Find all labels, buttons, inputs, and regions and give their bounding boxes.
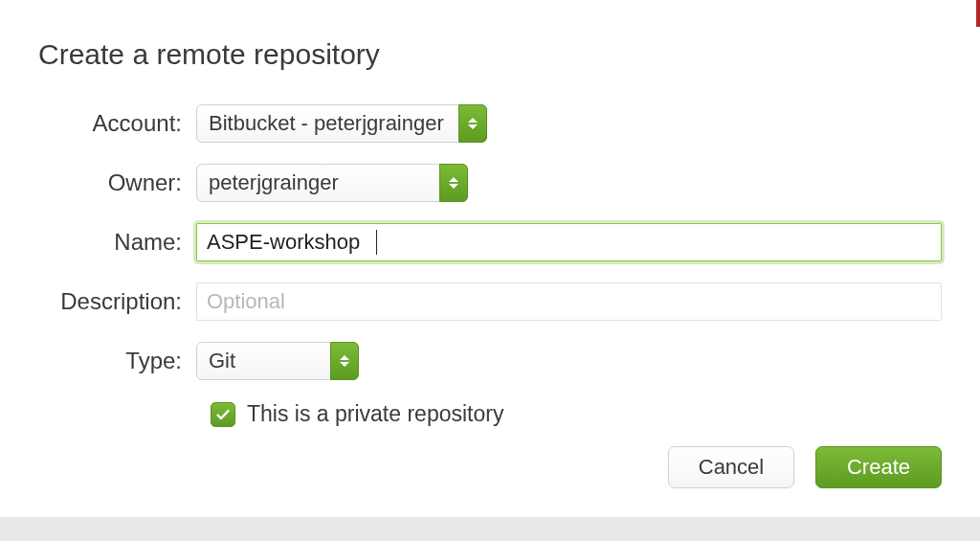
private-row: This is a private repository xyxy=(211,401,942,427)
private-checkbox[interactable] xyxy=(211,402,235,427)
private-checkbox-label: This is a private repository xyxy=(247,401,503,427)
check-icon xyxy=(215,407,231,422)
type-label: Type: xyxy=(38,348,196,374)
updown-arrows-icon xyxy=(439,164,468,202)
description-input[interactable] xyxy=(196,282,942,321)
account-label: Account: xyxy=(38,110,196,137)
account-row: Account: Bitbucket - peterjgrainger xyxy=(38,104,942,143)
updown-arrows-icon xyxy=(330,342,359,380)
type-select-value: Git xyxy=(209,349,235,373)
account-select[interactable]: Bitbucket - peterjgrainger xyxy=(196,104,487,143)
description-label: Description: xyxy=(38,288,196,315)
owner-select-value: peterjgrainger xyxy=(209,170,339,195)
create-remote-repo-dialog: Create a remote repository Account: Bitb… xyxy=(0,0,980,517)
close-indicator xyxy=(976,0,980,27)
owner-row: Owner: peterjgrainger xyxy=(38,164,942,202)
dialog-buttons: Cancel Create xyxy=(668,446,942,488)
type-select[interactable]: Git xyxy=(196,342,359,380)
type-row: Type: Git xyxy=(38,342,942,380)
create-button[interactable]: Create xyxy=(815,446,942,488)
name-row: Name: xyxy=(38,223,942,261)
updown-arrows-icon xyxy=(458,104,487,143)
owner-select[interactable]: peterjgrainger xyxy=(196,164,468,202)
account-select-value: Bitbucket - peterjgrainger xyxy=(209,111,444,136)
dialog-title: Create a remote repository xyxy=(38,38,942,71)
owner-label: Owner: xyxy=(38,169,196,196)
cancel-button[interactable]: Cancel xyxy=(668,446,794,488)
name-label: Name: xyxy=(38,229,196,256)
name-input[interactable] xyxy=(196,223,942,261)
description-row: Description: xyxy=(38,282,942,321)
text-cursor-icon xyxy=(376,230,377,255)
